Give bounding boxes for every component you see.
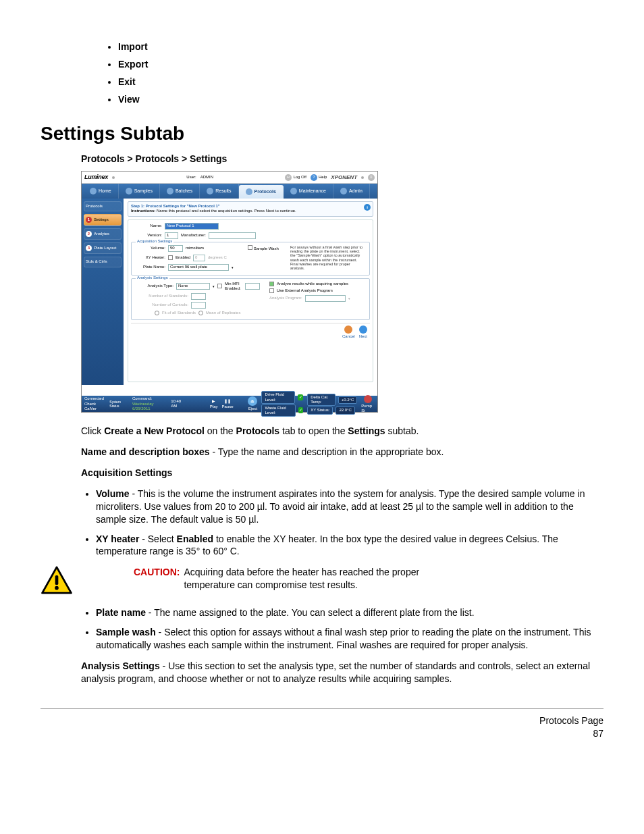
waste-fluid-label: Waste Fluid Level: [261,405,295,417]
tab-maintenance[interactable]: Maintenance [284,184,333,199]
fit-radio[interactable] [155,311,159,315]
cancel-button[interactable]: Cancel [342,325,355,339]
numstd-input[interactable] [191,293,206,300]
list-item: Import [118,41,603,53]
maintenance-icon [290,188,297,194]
plate-select[interactable]: Current 96 well plate [168,264,229,271]
user-label: User: [186,175,196,180]
numctrl-input[interactable] [191,302,206,309]
version-label: Version: [131,233,162,238]
command-label: Command: [132,396,167,401]
tab-results[interactable]: Results [200,184,238,199]
play-label: Play [210,405,218,409]
sidebar-item-settings[interactable]: 1Settings [84,214,122,226]
caution-text: CAUTION: Acquiring data before the heate… [86,566,467,592]
minmfi-checkbox[interactable] [217,284,222,288]
page-footer: Protocols Page 87 [41,714,603,740]
chevron-down-icon[interactable]: ▾ [213,284,215,288]
list-item: Export [118,58,603,71]
check-icon: ✓ [298,394,303,400]
cancel-icon [344,325,352,334]
nav-tabs: Home Samples Batches Results Protocols M… [82,184,377,199]
xystatus-label: XY Status: [307,407,333,414]
xyheater-checkbox[interactable] [168,255,173,260]
step-badge: 2 [86,231,92,237]
sidebar-item-protocols[interactable]: Protocols [84,201,122,211]
eject-icon[interactable]: ⏏ [248,396,257,406]
enabled-label: Enabled [176,255,190,260]
help-button[interactable]: ?Help [311,174,327,181]
status-checkcal: Check CalVer [84,402,105,411]
acquisition-legend: Acquisition Settings [136,239,173,244]
pause-icon[interactable]: ❚❚ [224,399,231,404]
analysis-type-select[interactable]: None [176,283,210,290]
analysis-fieldset: Analysis Settings Analysis Type: None▾ M… [131,278,370,321]
name-input[interactable]: New Protocol 1 [165,223,219,230]
svg-point-2 [55,586,59,590]
manufacturer-label: Manufacturer: [181,233,206,238]
page-title: Settings Subtab [41,121,603,147]
chevron-down-icon[interactable]: ▾ [232,265,234,269]
app-screenshot: Luminex User: ADMIN ↩Log Off ?Help XPONE… [81,171,603,413]
status-bar: Connected Check CalVer System Status Com… [82,396,377,412]
tab-samples[interactable]: Samples [119,184,160,199]
status-time: 10:40 AM [171,399,186,409]
volume-unit: microliters [186,246,204,251]
menu-icon[interactable]: ≡ [368,174,375,181]
sample-wash-label: Sample Wash [254,246,279,251]
results-icon [207,188,213,194]
delta-value: +0.2°C [338,396,358,404]
main-panel: Step 1: Protocol Settings for "New Proto… [124,199,377,385]
volume-input[interactable]: 50 [168,245,183,252]
list-item: XY heater - Select Enabled to enable the… [96,533,603,558]
paragraph: Name and description boxes - Type the na… [81,446,603,459]
breadcrumb: Protocols > Protocols > Settings [81,153,603,165]
product-brand: XPONENT [331,174,357,181]
dot-icon [361,176,364,179]
paragraph: Analysis Settings - Use this section to … [81,660,603,685]
delta-label: Delta Cal. Temp: [307,394,336,406]
acquisition-fieldset: Acquisition Settings Volume: 50 microlit… [131,242,370,276]
caution-block: CAUTION: Acquiring data before the heate… [41,566,603,594]
step-badge: 3 [86,245,92,251]
footer-title: Protocols Page [41,714,603,727]
pump-icon[interactable] [364,395,372,403]
sidebar-item-stdsctrls[interactable]: Stds & Ctrls [84,257,122,267]
eject-label: Eject [248,407,257,411]
use-ext-checkbox[interactable] [269,288,274,293]
xyheater-unit: degrees C [208,255,227,260]
page-number: 87 [41,727,603,740]
caution-body: Acquiring data before the heater has rea… [184,566,467,592]
xyheater-label: XY Heater: [134,255,165,260]
analyze-while-checkbox[interactable] [269,282,274,286]
protocols-icon [246,188,252,195]
admin-icon [340,188,347,194]
tab-home[interactable]: Home [83,184,119,199]
name-label: Name: [131,224,162,228]
version-input[interactable]: 1 [165,232,178,239]
bullet-list: Plate name - The name assigned to the pl… [96,606,603,652]
instruction-box: Step 1: Protocol Settings for "New Proto… [128,201,373,216]
next-button[interactable]: Next [359,325,367,339]
tab-protocols[interactable]: Protocols [239,185,284,199]
batches-icon [167,188,173,194]
sample-wash-checkbox[interactable] [248,245,252,250]
sidebar-item-platelayout[interactable]: 3Plate Layout [84,242,122,254]
tab-admin[interactable]: Admin [333,184,370,199]
footer-actions: Cancel Next [131,323,370,341]
warning-icon [41,566,73,594]
mean-radio[interactable] [198,311,203,315]
chevron-down-icon[interactable]: ▾ [348,296,350,301]
analysis-prog-select[interactable] [305,295,346,302]
minmfi-input[interactable] [245,283,260,290]
logoff-button[interactable]: ↩Log Off [285,174,306,181]
pump-label: Pump St [361,404,375,413]
volume-label: Volume: [134,246,165,251]
manufacturer-input[interactable] [209,232,256,239]
caution-label: CAUTION: [134,566,180,592]
system-status-label[interactable]: System Status [109,400,128,408]
xyheater-input[interactable]: 0 [193,255,205,261]
sidebar-item-analytes[interactable]: 2Analytes [84,228,122,240]
tab-batches[interactable]: Batches [160,184,200,199]
play-icon[interactable]: ▶ [212,399,215,404]
